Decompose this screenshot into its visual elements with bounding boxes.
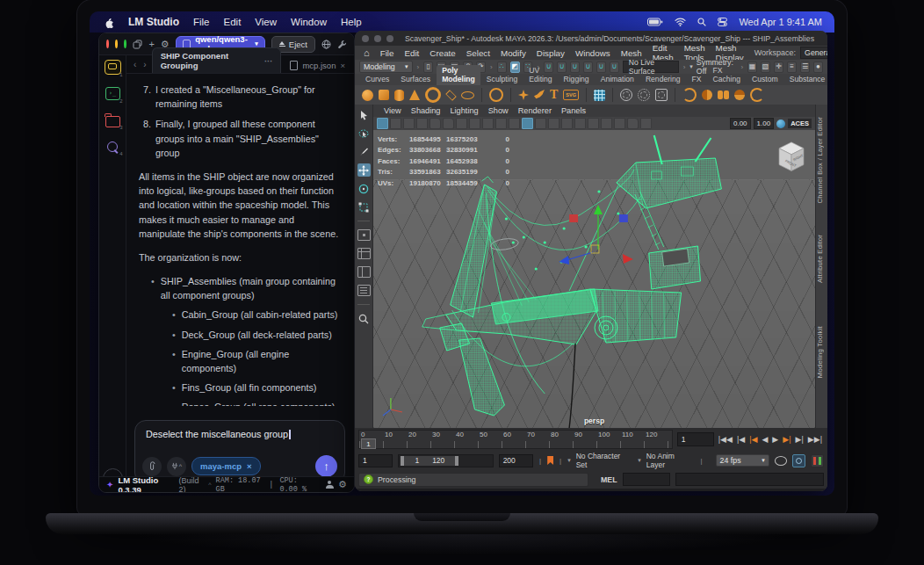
maya-menu-mesh[interactable]: Mesh [621,48,642,58]
anim-layer-selector[interactable]: No Anim Layer [646,452,695,469]
vp-menu-view[interactable]: View [384,106,401,115]
chevron-down-icon[interactable]: ▾ [638,457,641,464]
resolution-gate-icon[interactable] [495,118,507,129]
shelf-tab-animation[interactable]: Animation [596,74,639,85]
maya-menu-modify[interactable]: Modify [501,48,526,58]
platonic-solid-icon[interactable] [489,88,503,102]
boolean-union-icon[interactable] [682,88,697,102]
maya-menu-select[interactable]: Select [466,48,490,58]
sidebar-item-chat[interactable]: 1 [105,60,121,75]
nav-forward-icon[interactable]: › [143,60,146,69]
account-icon[interactable] [326,481,332,489]
camera-attributes-icon[interactable] [403,118,415,129]
dev-tools-wrench-icon[interactable] [337,37,347,51]
scale-tool-icon[interactable] [357,200,371,214]
live-surface-field[interactable]: No Live Surface [623,61,679,73]
shelf-tab-fx[interactable]: FX [687,74,707,85]
vp-menu-panels[interactable]: Panels [561,106,586,115]
shelf-tab-substance[interactable]: Substance [784,74,827,85]
move-tool-icon[interactable] [357,163,371,177]
color-management-icon[interactable] [776,120,785,128]
snap-view-icon[interactable]: ∪ [596,62,606,73]
layout-outliner-button[interactable] [357,284,371,297]
shelf-tab-custom[interactable]: Custom [747,74,783,85]
layout-two-pane-button[interactable] [357,265,371,279]
anim-end-field[interactable]: 200 [499,454,533,467]
snap-point-icon[interactable]: ∪ [570,62,580,73]
attach-file-button[interactable] [142,457,162,476]
poly-sphere-icon[interactable] [362,90,373,101]
fps-selector[interactable]: 24 fps ▾ [716,454,769,467]
maya-menu-file[interactable]: File [380,48,394,58]
sidebar-item-my-models[interactable]: 3 [105,112,121,127]
range-end-handle[interactable] [455,456,458,466]
play-button[interactable]: ▶ [772,435,778,444]
separate-icon[interactable] [734,90,745,100]
section-divider[interactable]: › [416,63,421,71]
remove-mcp-icon[interactable]: × [247,461,252,471]
app-version[interactable]: LM Studio 0.3.39 [118,475,174,494]
shelf-tab-sculpting[interactable]: Sculpting [481,74,523,85]
sidebar-item-discover[interactable]: 4 [105,139,121,154]
shaded-icon[interactable] [535,118,546,129]
section-divider[interactable]: › [489,63,494,71]
view-cube[interactable]: FRONT RIGHT [773,137,810,174]
maya-menu-create[interactable]: Create [430,48,455,58]
tab-channel-box[interactable]: Channel Box / Layer Editor [816,117,827,204]
menu-set-selector[interactable]: Modeling ▾ [359,61,413,73]
exposure-field[interactable]: 0.00 [730,118,751,129]
2d-pan-zoom-icon[interactable] [443,118,454,129]
joint-tool-icon[interactable] [620,89,632,101]
field-chart-icon[interactable] [482,118,494,129]
vp-menu-lighting[interactable]: Lighting [450,106,478,115]
section-divider[interactable]: › [682,63,687,71]
character-set-selector[interactable]: No Character Set [576,452,633,469]
next-key-button[interactable]: ▶| [783,435,790,444]
prev-key-button[interactable]: |◀ [749,435,757,444]
poly-cone-icon[interactable] [409,90,420,100]
lock-camera-icon[interactable] [390,118,401,129]
menubar-item-window[interactable]: Window [291,17,327,27]
current-frame-field[interactable]: 1 [677,432,714,446]
minimize-window-button[interactable] [115,40,118,48]
close-tab-icon[interactable]: × [340,61,345,70]
apple-logo-icon[interactable] [104,17,114,28]
use-all-lights-icon[interactable] [561,118,573,129]
sidebar-item-developer[interactable]: ›_ 2 [105,86,121,101]
anim-prefs-icon[interactable] [811,454,824,467]
playback-loop-icon[interactable] [775,456,788,466]
zoom-window-button[interactable] [124,40,126,48]
nav-back-icon[interactable]: ‹ [134,60,136,69]
multisample-icon[interactable] [614,118,625,129]
maya-menu-edit[interactable]: Edit [404,48,419,58]
shelf-tab-surfaces[interactable]: Surfaces [395,74,436,85]
spotlight-search-icon[interactable] [697,18,706,26]
send-message-button[interactable]: ↑ [315,455,337,477]
workspace-selector[interactable]: General* ▾ [800,47,827,59]
select-tool-icon[interactable] [357,108,371,121]
select-object-icon[interactable]: ◩ [510,62,520,73]
tab-options-icon[interactable]: ··· [264,56,273,66]
play-backwards-button[interactable]: ◀ [762,435,768,444]
command-result-field[interactable] [675,473,824,486]
shelf-tab-rendering[interactable]: Rendering [640,74,686,85]
viewport-panel[interactable]: View Shading Lighting Show Renderer Pane… [373,105,815,428]
chat-transcript[interactable]: 7. I created a "Miscellaneous_Group" for… [126,74,352,406]
chat-input-text[interactable]: Deselect the miscellaneous group [146,429,336,439]
construction-history-icon[interactable]: ▦ [747,62,757,73]
locator-icon[interactable] [655,89,668,101]
tab-mcp-json[interactable]: mcp.json × [281,57,354,73]
discover-globe-icon[interactable] [321,37,331,51]
poly-torus-icon[interactable] [425,87,441,103]
snap-surface-icon[interactable]: ∪ [610,62,619,73]
menubar-item-edit[interactable]: Edit [224,17,242,27]
home-icon[interactable]: ⌂ [364,47,370,58]
anim-start-field[interactable]: 1 [358,454,393,467]
ik-handle-icon[interactable] [638,89,650,101]
poly-cylinder-icon[interactable] [394,90,404,101]
snap-curve-icon[interactable]: ∪ [557,62,567,73]
range-slider[interactable]: 1 120 [398,454,493,467]
go-to-start-button[interactable]: |◀◀ [718,435,733,444]
vp-menu-renderer[interactable]: Renderer [518,106,552,115]
isolate-select-icon[interactable] [627,118,639,129]
